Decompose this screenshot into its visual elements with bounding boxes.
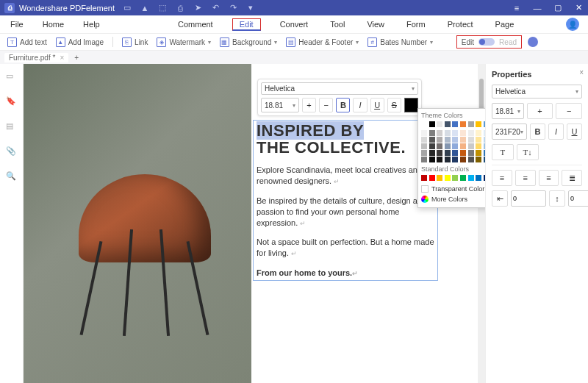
new-tab-button[interactable]: +: [74, 54, 79, 62]
color-swatch[interactable]: [460, 175, 466, 181]
save-icon[interactable]: ⬚: [157, 3, 168, 13]
color-swatch[interactable]: [437, 121, 442, 127]
mode-toggle[interactable]: [478, 38, 495, 46]
color-swatch[interactable]: [445, 130, 451, 136]
bookmark-icon[interactable]: 🔖: [6, 96, 18, 108]
indent-input[interactable]: [511, 190, 546, 207]
color-swatch[interactable]: [468, 175, 474, 181]
open-icon[interactable]: ▭: [122, 3, 132, 13]
thumbnails-icon[interactable]: ▭: [6, 71, 18, 83]
color-swatch[interactable]: [421, 143, 427, 149]
menu-page[interactable]: Page: [492, 18, 517, 31]
color-swatch[interactable]: [476, 150, 481, 156]
color-swatch[interactable]: [476, 121, 481, 127]
comments-icon[interactable]: ▤: [6, 121, 18, 133]
color-swatch[interactable]: [437, 137, 442, 143]
color-swatch[interactable]: [476, 143, 481, 149]
color-swatch[interactable]: [468, 157, 474, 162]
share-icon[interactable]: ➤: [193, 3, 203, 13]
color-swatch[interactable]: [437, 150, 442, 156]
color-swatch[interactable]: [429, 130, 435, 136]
color-swatch[interactable]: [468, 121, 474, 127]
color-swatch[interactable]: [452, 143, 458, 149]
color-swatch[interactable]: [460, 143, 466, 149]
prop-size-increase[interactable]: +: [527, 103, 553, 119]
menu-help[interactable]: Help: [80, 18, 103, 30]
color-swatch[interactable]: [421, 137, 427, 143]
add-image-button[interactable]: ▲Add Image: [56, 37, 104, 47]
hamburger-icon[interactable]: ≡: [512, 3, 522, 13]
undo-icon[interactable]: ↶: [210, 3, 220, 13]
color-swatch[interactable]: [421, 157, 427, 162]
color-swatch[interactable]: [468, 130, 474, 136]
prop-font-family[interactable]: Helvetica▾: [492, 85, 582, 99]
header-footer-button[interactable]: ▤Header & Footer▾: [286, 37, 359, 47]
properties-close-icon[interactable]: ×: [579, 68, 584, 76]
color-swatch[interactable]: [429, 157, 435, 162]
color-swatch[interactable]: [429, 137, 435, 143]
color-swatch[interactable]: [468, 137, 474, 143]
underline-button[interactable]: U: [370, 98, 384, 112]
color-swatch[interactable]: [437, 143, 442, 149]
color-swatch[interactable]: [460, 121, 466, 127]
font-family-select[interactable]: Helvetica▾: [261, 82, 418, 95]
font-size-select[interactable]: 18.81▾: [261, 98, 299, 112]
maximize-button[interactable]: ▢: [553, 3, 563, 13]
prop-bold[interactable]: B: [530, 124, 545, 140]
color-swatch[interactable]: [476, 130, 481, 136]
menu-form[interactable]: Form: [404, 18, 429, 31]
color-swatch[interactable]: [476, 137, 481, 143]
align-left[interactable]: ≡: [492, 170, 512, 186]
color-swatch[interactable]: [445, 137, 451, 143]
prop-color-hex[interactable]: 231F20▾: [492, 124, 527, 140]
bates-number-button[interactable]: #Bates Number▾: [368, 37, 433, 47]
font-color-button[interactable]: [404, 98, 418, 112]
color-swatch[interactable]: [429, 150, 435, 156]
menu-view[interactable]: View: [364, 18, 387, 31]
prop-horizontal-text[interactable]: T: [492, 144, 514, 160]
color-swatch[interactable]: [484, 157, 485, 162]
color-swatch[interactable]: [460, 157, 466, 162]
strikethrough-button[interactable]: S: [387, 98, 401, 112]
search-icon[interactable]: 🔍: [6, 171, 18, 183]
close-button[interactable]: ✕: [573, 3, 584, 13]
menu-tool[interactable]: Tool: [327, 18, 348, 31]
font-size-decrease[interactable]: −: [319, 98, 333, 112]
menu-file[interactable]: File: [7, 18, 26, 30]
color-swatch[interactable]: [460, 130, 466, 136]
transparent-color-button[interactable]: Transparent Color: [421, 184, 485, 194]
color-swatch[interactable]: [421, 150, 427, 156]
link-button[interactable]: ⎘Link: [122, 37, 148, 47]
spacing-input[interactable]: [568, 190, 588, 207]
color-swatch[interactable]: [429, 143, 435, 149]
italic-button[interactable]: I: [353, 98, 367, 112]
edit-read-toggle[interactable]: Edit Read: [456, 35, 522, 49]
minimize-button[interactable]: —: [532, 3, 542, 13]
color-swatch[interactable]: [484, 130, 485, 136]
color-swatch[interactable]: [460, 150, 466, 156]
attachment-icon[interactable]: 📎: [6, 146, 18, 158]
menu-protect[interactable]: Protect: [445, 18, 476, 31]
align-justify[interactable]: ≣: [562, 170, 582, 186]
print-icon[interactable]: ⎙: [175, 3, 185, 13]
color-swatch[interactable]: [429, 175, 435, 181]
color-swatch[interactable]: [421, 121, 427, 127]
color-swatch[interactable]: [445, 143, 451, 149]
prop-font-size[interactable]: 18.81▾: [492, 103, 524, 119]
color-swatch[interactable]: [476, 175, 481, 181]
color-swatch[interactable]: [429, 121, 435, 127]
color-swatch[interactable]: [437, 130, 442, 136]
add-text-button[interactable]: TAdd text: [7, 37, 47, 47]
color-swatch[interactable]: [452, 175, 458, 181]
color-swatch[interactable]: [468, 150, 474, 156]
color-swatch[interactable]: [460, 137, 466, 143]
user-avatar[interactable]: 👤: [566, 18, 579, 31]
prop-vertical-text[interactable]: T↓: [517, 144, 539, 160]
align-right[interactable]: ≡: [539, 170, 559, 186]
prop-underline[interactable]: U: [567, 124, 582, 140]
color-swatch[interactable]: [484, 150, 485, 156]
dropdown-icon[interactable]: ▾: [245, 3, 256, 13]
color-swatch[interactable]: [452, 121, 458, 127]
color-swatch[interactable]: [452, 130, 458, 136]
menu-edit[interactable]: Edit: [232, 18, 261, 31]
